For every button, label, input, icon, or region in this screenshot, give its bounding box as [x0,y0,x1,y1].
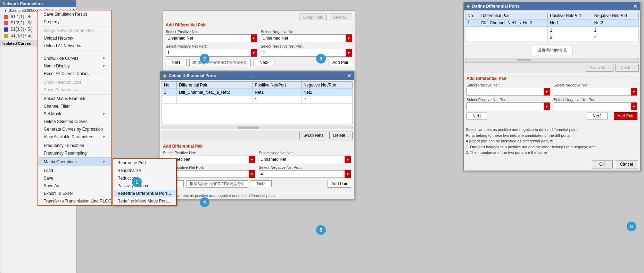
center-delete-btn[interactable]: Delete... [329,132,353,139]
table-row[interactable]: 1 2 [162,96,353,104]
menu-freq-resampling[interactable]: Frequency Resampling [38,149,111,157]
center-neg-port-select[interactable]: 4 ▼ [259,170,351,178]
right-col-pos: Positive Net/Port [548,12,592,19]
right-add-pair-btn[interactable]: Add Pair [614,112,637,120]
menu-save[interactable]: Save [38,174,111,182]
menu-save-as[interactable]: Save As [38,182,111,190]
row1-no: 1 [162,89,177,96]
right-col-pair: Differential Pair [479,12,548,19]
right-delete-btn[interactable]: Delete... [616,64,639,72]
menu-show-hide[interactable]: Show/Hide Curves [38,55,111,62]
top-net2-box: Net2 [254,59,274,66]
center-pos-port-arrow[interactable]: ▼ [249,170,255,178]
row2-pos: 1 [253,96,301,104]
right-neg-net-arrow[interactable]: ▼ [631,88,637,96]
menu-reset-colors[interactable]: Reset All Curves' Colors [38,70,111,77]
submenu-redefine-mixed[interactable]: Redefine Mixed Mode Port... [113,197,176,205]
right-row2-pair [479,27,548,34]
menu-generate-curves[interactable]: Generate Curves by Expression [38,125,111,133]
menu-channel-filter[interactable]: Channel Filter [38,102,111,110]
menu-matrix-ops[interactable]: Matrix Operations [38,158,111,166]
submenu-rearrange[interactable]: Rearrange Port [113,159,176,167]
col-no: No. [162,82,177,89]
menu-property[interactable]: Property [38,18,111,26]
menu-view-params[interactable]: View Available Parameters [38,133,111,141]
right-neg-port-label: Select Negative Net Port: [554,98,637,102]
right-dialog-footer: OK Cancel [464,158,640,171]
top-add-diff-title: Add Differential Pair [166,23,352,27]
right-ok-btn[interactable]: OK [592,160,612,168]
right-pos-port-label: Select Positive Net Port: [467,98,550,102]
right-table-row[interactable]: 1 2 [465,27,639,34]
center-pos-net-arrow[interactable]: ▼ [249,156,255,163]
right-table-row[interactable]: 1 Diff_Channel_Net1_s_Net2 Net1 Net2 [465,19,639,27]
right-swap-btn[interactable]: Swap Nets [586,64,613,72]
menu-transfer-rlgc[interactable]: Transfer to Transmission Line RLGC [38,197,111,205]
right-row2-pos: 1 [548,27,592,34]
menu-save-simulation[interactable]: Save Simulation Result [38,10,111,18]
menu-copy[interactable] [38,51,111,53]
right-pos-port-arrow[interactable]: ▼ [544,102,550,110]
top-delete-btn[interactable]: Delete... [329,14,352,21]
scrollbar-thumb[interactable] [238,126,259,129]
right-table-row[interactable]: 3 4 [465,34,639,41]
top-pos-net-arrow[interactable]: ▼ [251,34,257,42]
top-neg-net-arrow[interactable]: ▼ [346,34,352,42]
right-pos-net-select[interactable]: ▼ [467,88,550,96]
center-dialog-close[interactable]: ✕ [347,73,351,78]
table-row[interactable]: 1 Diff_Channel_Net1_$_Net2 Net1 Net2 [162,89,353,96]
top-pos-port-select[interactable]: 1 ▼ [166,49,257,57]
center-neg-port-arrow[interactable]: ▼ [345,170,351,178]
submenu-redefine-diff[interactable]: Redefine Differential Port... [113,190,176,197]
right-dialog-close[interactable]: ✕ [633,3,637,9]
top-pos-net-select[interactable]: Unnamed Net ▼ [166,34,257,42]
h-scrollbar[interactable] [162,126,353,129]
right-row3-pair [479,34,548,41]
hint-line4: 1. One port belongs to a positive net an… [466,144,638,150]
center-action-bar: Swap Nets Delete... [160,130,354,141]
center-pos-net-value: Unnamed Net [165,157,248,162]
menu-load[interactable]: Load [38,167,111,174]
center-neg-net-arrow[interactable]: ▼ [345,156,351,163]
right-pos-port-select[interactable]: ▼ [467,102,550,110]
top-neg-port-select[interactable]: 2 ▼ [261,49,353,57]
center-neg-net-select[interactable]: Unnamed Net ▼ [259,156,351,163]
top-add-pair-btn[interactable]: Add Pair [329,59,352,66]
menu-freq-truncation[interactable]: Frequency Truncation [38,142,111,149]
top-neg-port-label: Select Negative Net Port: [261,44,353,48]
menu-unload-network[interactable]: Unload Network [38,34,111,42]
right-dialog-titlebar: ◆ Define Differential Ports ✕ [464,2,640,10]
top-neg-port-arrow[interactable]: ▼ [346,49,352,57]
right-pos-net-arrow[interactable]: ▼ [544,88,550,96]
center-swap-btn[interactable]: Swap Nets [299,132,327,139]
right-neg-port-select[interactable]: ▼ [554,102,637,110]
col-neg: Negative Net/Port [301,82,352,89]
right-row2-neg: 2 [592,27,638,34]
menu-export-excel[interactable]: Export To Excel [38,190,111,197]
top-pos-net-value: Unnamed Net [167,36,250,41]
top-neg-net-label: Select Negative Net: [261,30,353,34]
right-neg-net-select[interactable]: ▼ [554,88,637,96]
right-scrollbar-thumb[interactable] [517,59,531,61]
right-row3-neg: 4 [592,34,638,41]
right-neg-port-arrow[interactable]: ▼ [631,102,637,110]
center-neg-net-label: Select Negative Net: [259,151,351,155]
right-cancel-btn[interactable]: Cancel [615,160,638,168]
menu-delete-curves[interactable]: Delete Selected Curves [38,118,111,125]
center-chinese-label: 根据S参数中的PROT项与差分对 [187,180,248,188]
row1-neg: Net2 [301,89,352,96]
center-dialog: ◆ Define Differential Ports ✕ No. Differ… [160,71,354,199]
right-h-scrollbar[interactable] [465,58,639,61]
menu-name-display[interactable]: Name Display [38,62,111,70]
submenu-renormalize[interactable]: Renormalize [113,167,176,174]
top-pos-port-arrow[interactable]: ▼ [251,49,257,57]
menu-select-matrix[interactable]: Select Matrix Elements [38,95,111,102]
menu-set-mask[interactable]: Set Mask [38,110,111,118]
submenu-passivity[interactable]: Passivity Enforce [113,182,176,190]
top-neg-net-select[interactable]: Unnamed Net ▼ [261,34,353,42]
menu-unload-all[interactable]: Unload All Networks [38,42,111,50]
top-swap-nets-btn[interactable]: Swap Nets [299,14,327,21]
submenu-reduction[interactable]: Reduction [113,174,176,182]
hint-line2: Ports belong to these two nets are candi… [466,133,638,139]
center-add-pair-btn[interactable]: Add Pair [328,180,351,188]
